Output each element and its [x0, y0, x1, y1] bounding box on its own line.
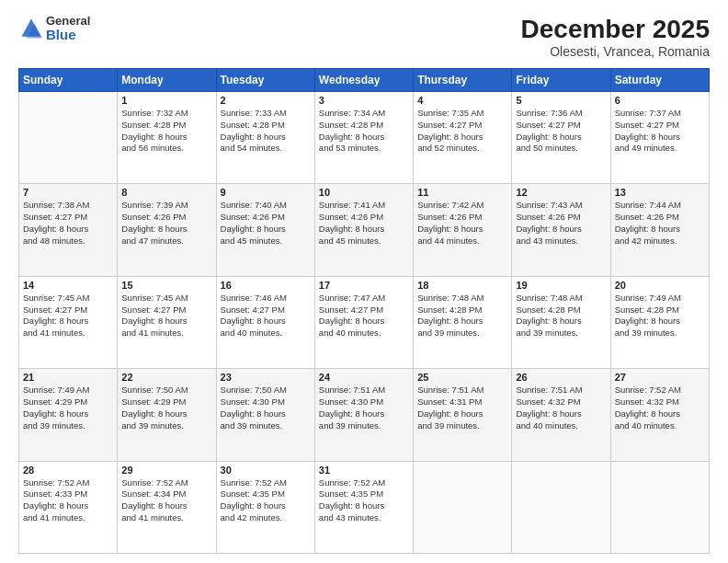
- calendar-cell: 20Sunrise: 7:49 AM Sunset: 4:28 PM Dayli…: [610, 276, 709, 368]
- day-number: 12: [516, 187, 606, 198]
- calendar-cell: 1Sunrise: 7:32 AM Sunset: 4:28 PM Daylig…: [118, 92, 216, 184]
- day-number: 19: [516, 280, 606, 291]
- calendar-cell: 2Sunrise: 7:33 AM Sunset: 4:28 PM Daylig…: [216, 92, 314, 184]
- day-number: 14: [23, 280, 113, 291]
- calendar-week-row: 14Sunrise: 7:45 AM Sunset: 4:27 PM Dayli…: [19, 276, 710, 368]
- day-info: Sunrise: 7:50 AM Sunset: 4:29 PM Dayligh…: [121, 385, 211, 431]
- day-info: Sunrise: 7:45 AM Sunset: 4:27 PM Dayligh…: [121, 293, 211, 339]
- day-info: Sunrise: 7:42 AM Sunset: 4:26 PM Dayligh…: [417, 200, 507, 247]
- day-number: 2: [221, 95, 311, 106]
- calendar-cell: 11Sunrise: 7:42 AM Sunset: 4:26 PM Dayli…: [414, 184, 512, 276]
- calendar-cell: 5Sunrise: 7:36 AM Sunset: 4:27 PM Daylig…: [512, 92, 610, 184]
- day-number: 25: [417, 372, 507, 383]
- title-month: December 2025: [521, 15, 710, 44]
- day-info: Sunrise: 7:33 AM Sunset: 4:28 PM Dayligh…: [221, 108, 311, 155]
- day-number: 18: [417, 280, 507, 291]
- day-info: Sunrise: 7:43 AM Sunset: 4:26 PM Dayligh…: [516, 200, 606, 247]
- calendar-cell: 15Sunrise: 7:45 AM Sunset: 4:27 PM Dayli…: [118, 276, 216, 368]
- day-info: Sunrise: 7:46 AM Sunset: 4:27 PM Dayligh…: [221, 293, 311, 339]
- calendar-cell: [414, 461, 512, 553]
- day-info: Sunrise: 7:37 AM Sunset: 4:27 PM Dayligh…: [615, 108, 705, 155]
- calendar-cell: 12Sunrise: 7:43 AM Sunset: 4:26 PM Dayli…: [512, 184, 610, 276]
- calendar-cell: 9Sunrise: 7:40 AM Sunset: 4:26 PM Daylig…: [216, 184, 314, 276]
- day-info: Sunrise: 7:49 AM Sunset: 4:29 PM Dayligh…: [23, 385, 113, 431]
- day-of-week-header: Saturday: [610, 69, 709, 92]
- day-of-week-header: Sunday: [19, 69, 118, 92]
- day-number: 21: [23, 372, 113, 383]
- day-number: 3: [319, 95, 409, 106]
- day-number: 31: [319, 465, 409, 476]
- calendar-cell: 26Sunrise: 7:51 AM Sunset: 4:32 PM Dayli…: [512, 369, 610, 461]
- day-of-week-header: Monday: [118, 69, 216, 92]
- calendar-cell: 21Sunrise: 7:49 AM Sunset: 4:29 PM Dayli…: [19, 369, 118, 461]
- calendar-week-row: 21Sunrise: 7:49 AM Sunset: 4:29 PM Dayli…: [19, 369, 710, 461]
- day-number: 20: [615, 280, 705, 291]
- day-info: Sunrise: 7:47 AM Sunset: 4:27 PM Dayligh…: [319, 293, 409, 339]
- calendar-cell: 4Sunrise: 7:35 AM Sunset: 4:27 PM Daylig…: [414, 92, 512, 184]
- calendar-cell: 30Sunrise: 7:52 AM Sunset: 4:35 PM Dayli…: [216, 461, 314, 553]
- calendar-cell: 14Sunrise: 7:45 AM Sunset: 4:27 PM Dayli…: [19, 276, 118, 368]
- day-number: 17: [319, 280, 409, 291]
- day-info: Sunrise: 7:39 AM Sunset: 4:26 PM Dayligh…: [121, 200, 211, 247]
- logo-general-text: General: [46, 15, 90, 28]
- day-number: 26: [516, 372, 606, 383]
- day-info: Sunrise: 7:52 AM Sunset: 4:33 PM Dayligh…: [23, 477, 113, 524]
- day-of-week-header: Thursday: [414, 69, 512, 92]
- day-info: Sunrise: 7:51 AM Sunset: 4:32 PM Dayligh…: [516, 385, 606, 431]
- calendar-cell: 16Sunrise: 7:46 AM Sunset: 4:27 PM Dayli…: [216, 276, 314, 368]
- calendar-cell: 17Sunrise: 7:47 AM Sunset: 4:27 PM Dayli…: [314, 276, 413, 368]
- day-number: 7: [23, 187, 113, 198]
- day-of-week-header: Tuesday: [216, 69, 314, 92]
- day-number: 15: [121, 280, 211, 291]
- calendar-week-row: 7Sunrise: 7:38 AM Sunset: 4:27 PM Daylig…: [19, 184, 710, 276]
- calendar-week-row: 28Sunrise: 7:52 AM Sunset: 4:33 PM Dayli…: [19, 461, 710, 553]
- day-number: 1: [121, 95, 211, 106]
- day-info: Sunrise: 7:48 AM Sunset: 4:28 PM Dayligh…: [516, 293, 606, 339]
- day-info: Sunrise: 7:52 AM Sunset: 4:32 PM Dayligh…: [615, 385, 705, 431]
- day-number: 6: [615, 95, 705, 106]
- day-info: Sunrise: 7:45 AM Sunset: 4:27 PM Dayligh…: [23, 293, 113, 339]
- calendar-cell: 24Sunrise: 7:51 AM Sunset: 4:30 PM Dayli…: [314, 369, 413, 461]
- calendar-cell: 29Sunrise: 7:52 AM Sunset: 4:34 PM Dayli…: [118, 461, 216, 553]
- day-number: 22: [121, 372, 211, 383]
- day-number: 27: [615, 372, 705, 383]
- calendar-cell: 28Sunrise: 7:52 AM Sunset: 4:33 PM Dayli…: [19, 461, 118, 553]
- day-number: 28: [23, 465, 113, 476]
- calendar-cell: 25Sunrise: 7:51 AM Sunset: 4:31 PM Dayli…: [414, 369, 512, 461]
- day-info: Sunrise: 7:51 AM Sunset: 4:30 PM Dayligh…: [319, 385, 409, 431]
- day-info: Sunrise: 7:51 AM Sunset: 4:31 PM Dayligh…: [417, 385, 507, 431]
- logo-text: General Blue: [46, 15, 90, 43]
- calendar-cell: [610, 461, 709, 553]
- calendar-cell: 19Sunrise: 7:48 AM Sunset: 4:28 PM Dayli…: [512, 276, 610, 368]
- calendar-cell: [19, 92, 118, 184]
- day-number: 13: [615, 187, 705, 198]
- calendar-cell: 8Sunrise: 7:39 AM Sunset: 4:26 PM Daylig…: [118, 184, 216, 276]
- calendar-cell: [512, 461, 610, 553]
- calendar-cell: 6Sunrise: 7:37 AM Sunset: 4:27 PM Daylig…: [610, 92, 709, 184]
- header: General Blue December 2025 Olesesti, Vra…: [18, 15, 710, 59]
- day-number: 10: [319, 187, 409, 198]
- calendar-cell: 18Sunrise: 7:48 AM Sunset: 4:28 PM Dayli…: [414, 276, 512, 368]
- day-number: 29: [121, 465, 211, 476]
- day-number: 11: [417, 187, 507, 198]
- calendar-week-row: 1Sunrise: 7:32 AM Sunset: 4:28 PM Daylig…: [19, 92, 710, 184]
- calendar-table: SundayMondayTuesdayWednesdayThursdayFrid…: [18, 68, 710, 554]
- day-info: Sunrise: 7:38 AM Sunset: 4:27 PM Dayligh…: [23, 200, 113, 247]
- day-number: 9: [221, 187, 311, 198]
- logo: General Blue: [18, 15, 90, 43]
- calendar-cell: 23Sunrise: 7:50 AM Sunset: 4:30 PM Dayli…: [216, 369, 314, 461]
- day-of-week-header: Wednesday: [314, 69, 413, 92]
- day-number: 4: [417, 95, 507, 106]
- title-location: Olesesti, Vrancea, Romania: [521, 44, 710, 59]
- calendar-cell: 31Sunrise: 7:52 AM Sunset: 4:35 PM Dayli…: [314, 461, 413, 553]
- day-number: 30: [221, 465, 311, 476]
- day-info: Sunrise: 7:44 AM Sunset: 4:26 PM Dayligh…: [615, 200, 705, 247]
- day-info: Sunrise: 7:52 AM Sunset: 4:35 PM Dayligh…: [319, 477, 409, 524]
- calendar-cell: 10Sunrise: 7:41 AM Sunset: 4:26 PM Dayli…: [314, 184, 413, 276]
- calendar-cell: 13Sunrise: 7:44 AM Sunset: 4:26 PM Dayli…: [610, 184, 709, 276]
- day-info: Sunrise: 7:40 AM Sunset: 4:26 PM Dayligh…: [221, 200, 311, 247]
- day-info: Sunrise: 7:52 AM Sunset: 4:35 PM Dayligh…: [221, 477, 311, 524]
- day-number: 5: [516, 95, 606, 106]
- day-info: Sunrise: 7:36 AM Sunset: 4:27 PM Dayligh…: [516, 108, 606, 155]
- day-info: Sunrise: 7:34 AM Sunset: 4:28 PM Dayligh…: [319, 108, 409, 155]
